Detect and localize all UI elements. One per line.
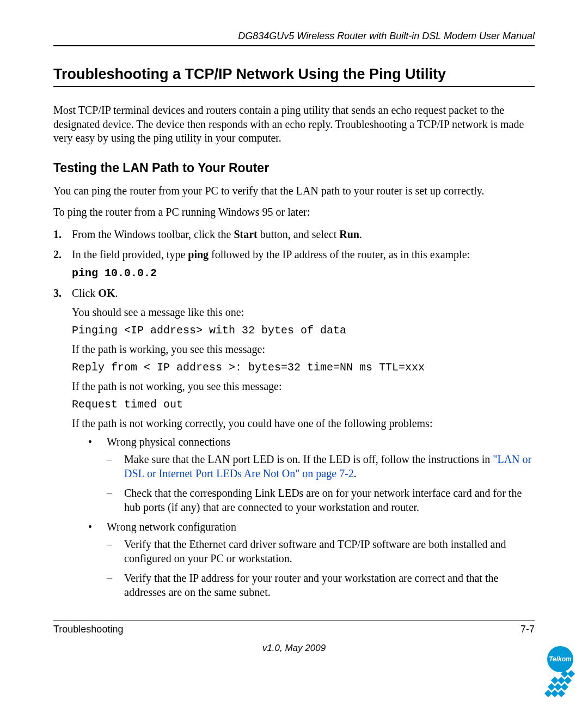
step-1: From the Windows toolbar, click the Star…	[53, 227, 535, 242]
step-2-bold-ping: ping	[188, 248, 209, 260]
step-1-text-mid: button, and select	[258, 228, 340, 240]
steps-list: From the Windows toolbar, click the Star…	[53, 227, 535, 599]
svg-rect-11	[567, 670, 575, 678]
subsection-title: Testing the LAN Path to Your Router	[53, 161, 535, 175]
step-1-bold-run: Run	[339, 228, 359, 240]
step-1-text-pre: From the Windows toolbar, click the	[72, 228, 234, 240]
step-3-p4: If the path is not working correctly, yo…	[72, 416, 535, 430]
footer-page-number: 7-7	[520, 624, 535, 635]
logo-text: Telkom	[549, 655, 572, 663]
step-1-bold-start: Start	[234, 228, 257, 240]
subsection-p2: To ping the router from a PC running Win…	[53, 205, 535, 220]
page-footer: Troubleshooting 7-7 v1.0, May 2009	[53, 620, 535, 654]
step-3-code3: Request timed out	[72, 398, 535, 412]
step-3-code1: Pinging <IP address> with 32 bytes of da…	[72, 324, 535, 338]
physical-sublist: Make sure that the LAN port LED is on. I…	[107, 452, 535, 514]
telkom-logo-icon: Telkom	[536, 637, 585, 703]
bullet-physical-label: Wrong physical connections	[107, 436, 230, 448]
physical-d2: Check that the corresponding Link LEDs a…	[107, 486, 535, 514]
step-2-text-pre: In the field provided, type	[72, 248, 188, 260]
network-sublist: Verify that the Ethernet card driver sof…	[107, 537, 535, 599]
svg-rect-3	[558, 690, 565, 697]
network-d2: Verify that the IP address for your rout…	[107, 571, 535, 599]
running-header: DG834GUv5 Wireless Router with Built-in …	[53, 31, 535, 45]
header-rule	[53, 45, 535, 46]
step-3: Click OK. You should see a message like …	[53, 286, 535, 599]
subsection-p1: You can ping the router from your PC to …	[53, 184, 535, 198]
bullet-network: Wrong network configuration Verify that …	[72, 520, 535, 599]
step-2-code: ping 10.0.0.2	[72, 266, 535, 281]
svg-rect-6	[561, 683, 568, 691]
physical-d1: Make sure that the LAN port LED is on. I…	[107, 452, 535, 480]
footer-version: v1.0, May 2009	[53, 643, 535, 654]
step-3-text-post: .	[115, 287, 118, 299]
footer-chapter: Troubleshooting	[53, 624, 123, 635]
step-3-text-pre: Click	[72, 287, 98, 299]
step-3-p1: You should see a message like this one:	[72, 305, 535, 319]
bullet-network-label: Wrong network configuration	[107, 521, 236, 533]
network-d1: Verify that the Ethernet card driver sof…	[107, 537, 535, 565]
step-3-p2: If the path is working, you see this mes…	[72, 342, 535, 356]
step-3-p3: If the path is not working, you see this…	[72, 379, 535, 393]
step-3-bold-ok: OK	[98, 287, 115, 299]
intro-paragraph: Most TCP/IP terminal devices and routers…	[53, 104, 535, 145]
step-2-text-post: followed by the IP address of the router…	[209, 248, 470, 260]
physical-d1-pre: Make sure that the LAN port LED is on. I…	[124, 453, 493, 465]
physical-d1-post: .	[354, 467, 357, 479]
section-title: Troubleshooting a TCP/IP Network Using t…	[53, 66, 535, 83]
step-2: In the field provided, type ping followe…	[53, 247, 535, 281]
step-3-code2: Reply from < IP address >: bytes=32 time…	[72, 361, 535, 375]
bullet-physical: Wrong physical connections Make sure tha…	[72, 435, 535, 514]
svg-rect-9	[564, 677, 572, 684]
footer-rule	[53, 620, 535, 620]
problems-list: Wrong physical connections Make sure tha…	[72, 435, 535, 599]
title-rule	[53, 86, 535, 87]
step-1-text-post: .	[359, 228, 362, 240]
